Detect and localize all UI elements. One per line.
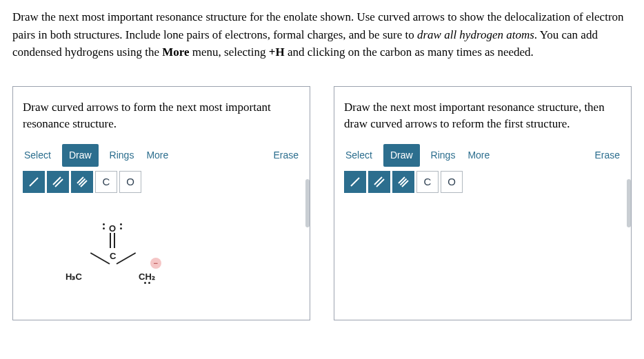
oxygen-atom-tool[interactable]: O [441, 171, 463, 193]
triple-bond-tool[interactable] [71, 171, 93, 193]
right-canvas[interactable] [344, 196, 621, 320]
left-tabs: Select Draw Rings More [23, 144, 170, 167]
tab-rings[interactable]: Rings [430, 145, 457, 165]
lone-pair-o-left [103, 223, 105, 229]
bond-c-ch3 [90, 252, 110, 265]
erase-button[interactable]: Erase [272, 145, 300, 165]
tab-rings[interactable]: Rings [108, 145, 136, 165]
svg-line-0 [30, 178, 38, 186]
double-bond-tool[interactable] [368, 171, 390, 193]
oxygen-atom-tool[interactable]: O [119, 171, 141, 193]
erase-button[interactable]: Erase [593, 145, 621, 165]
left-toolbar: Select Draw Rings More Erase [23, 144, 300, 167]
lone-pair-ch2 [144, 282, 150, 284]
tab-more[interactable]: More [145, 145, 170, 165]
double-bond-tool[interactable] [47, 171, 69, 193]
lone-pair-o-right [120, 223, 122, 229]
triple-bond-tool[interactable] [392, 171, 414, 193]
atom-c: C [110, 249, 116, 263]
carbon-atom-tool[interactable]: C [95, 171, 117, 193]
left-tools: C O [23, 171, 300, 193]
right-tools: C O [344, 171, 621, 193]
tab-select[interactable]: Select [344, 145, 374, 165]
bond-c-ch2 [117, 252, 137, 265]
panels-container: Draw curved arrows to form the next most… [12, 86, 632, 320]
single-bond-tool[interactable] [344, 171, 366, 193]
svg-line-8 [376, 179, 384, 187]
right-panel: Draw the next most important resonance s… [334, 86, 632, 320]
single-bond-tool[interactable] [23, 171, 45, 193]
svg-line-2 [55, 179, 63, 187]
right-toolbar: Select Draw Rings More Erase [344, 144, 621, 167]
q-bold2: +H [269, 45, 285, 59]
tab-draw[interactable]: Draw [383, 144, 420, 167]
left-canvas[interactable]: O C H₃C CH₂ − [23, 196, 300, 320]
carbon-atom-tool[interactable]: C [416, 171, 439, 193]
bond-o-c-1 [110, 233, 111, 248]
tab-draw[interactable]: Draw [62, 144, 99, 167]
tab-select[interactable]: Select [23, 145, 52, 165]
q-bold: More [162, 45, 189, 59]
right-prompt: Draw the next most important resonance s… [344, 99, 621, 133]
q-p3: menu, selecting [190, 45, 269, 59]
svg-line-7 [374, 177, 382, 185]
tab-more[interactable]: More [466, 145, 491, 165]
atom-h3c: H₃C [66, 270, 82, 284]
q-italic: draw all hydrogen atoms [417, 28, 534, 41]
right-tabs: Select Draw Rings More [344, 144, 491, 167]
q-p4: and clicking on the carbon as many times… [285, 45, 534, 59]
formal-charge-minus: − [150, 258, 161, 269]
svg-line-1 [53, 177, 61, 185]
scrollbar[interactable] [627, 179, 631, 227]
scrollbar[interactable] [305, 179, 310, 227]
left-panel: Draw curved arrows to form the next most… [12, 86, 310, 320]
bond-o-c-2 [114, 233, 115, 248]
left-prompt: Draw curved arrows to form the next most… [23, 99, 300, 133]
question-text: Draw the next most important resonance s… [12, 8, 632, 61]
svg-line-6 [351, 178, 359, 186]
